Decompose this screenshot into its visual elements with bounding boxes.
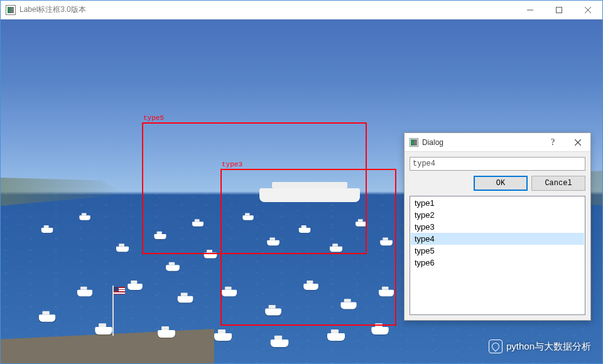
type-list-item[interactable]: type4: [411, 233, 584, 245]
minimize-button[interactable]: [516, 1, 545, 19]
svg-rect-0: [557, 7, 562, 13]
scene-decor: [356, 222, 367, 227]
scene-decor: [242, 215, 253, 220]
scene-decor: [192, 222, 204, 227]
watermark-text: python与大数据分析: [506, 341, 591, 353]
scene-decor: [214, 333, 232, 341]
scene-decor: [95, 327, 112, 335]
app-icon: [6, 5, 16, 15]
type-list-item[interactable]: type1: [411, 197, 584, 209]
type-list-item[interactable]: type6: [411, 257, 584, 269]
label-input[interactable]: [410, 157, 585, 171]
window-title: Label标注框3.0版本: [19, 4, 86, 15]
image-canvas[interactable]: type5type3 Dialog ? OK Cancel type1type2…: [1, 19, 602, 363]
scene-decor: [340, 302, 356, 309]
dialog-title: Dialog: [422, 138, 443, 147]
scene-decor: [271, 340, 289, 347]
scene-decor: [303, 284, 318, 290]
scene-decor: [259, 188, 360, 202]
type-list[interactable]: type1type2type3type4type5type6: [410, 196, 585, 315]
scene-decor: [379, 290, 394, 296]
bbox-label: type3: [222, 161, 242, 168]
scene-decor: [158, 330, 175, 338]
scene-decor: [267, 240, 280, 245]
scene-decor: [166, 265, 180, 270]
scene-decor: [128, 284, 143, 290]
scene-decor: [204, 253, 217, 259]
type-list-item[interactable]: type3: [411, 221, 584, 233]
scene-decor: [330, 247, 342, 252]
bbox-label: type5: [143, 114, 164, 122]
scene-decor: [222, 290, 237, 296]
dialog-icon: [410, 138, 418, 147]
close-button[interactable]: [573, 1, 602, 19]
type-list-item[interactable]: type2: [411, 209, 584, 221]
titlebar: Label标注框3.0版本: [1, 1, 602, 19]
dialog-close-button[interactable]: [565, 133, 590, 152]
scene-decor: [77, 290, 92, 296]
maximize-button[interactable]: [545, 1, 573, 19]
scene-decor: [178, 296, 193, 303]
scene-decor: [371, 327, 388, 335]
scene-decor: [327, 333, 345, 341]
scene-decor: [79, 215, 90, 220]
scene-decor: [112, 323, 121, 336]
scene-decor: [116, 247, 129, 252]
scene-decor: [380, 240, 393, 245]
dialog-titlebar[interactable]: Dialog ?: [405, 133, 590, 152]
watermark: python与大数据分析: [489, 340, 591, 353]
scene-decor: [154, 234, 166, 239]
dialog-help-button[interactable]: ?: [540, 133, 565, 152]
scene-decor: [41, 228, 53, 233]
label-dialog: Dialog ? OK Cancel type1type2type3type4t…: [404, 132, 591, 321]
scene-decor: [299, 228, 310, 233]
type-list-item[interactable]: type5: [411, 245, 584, 257]
scene-decor: [39, 314, 55, 321]
ok-button[interactable]: OK: [474, 176, 528, 191]
main-window: Label标注框3.0版本 type5type3 Dialog ?: [0, 0, 603, 364]
cancel-button[interactable]: Cancel: [531, 176, 585, 191]
wechat-icon: [489, 340, 503, 353]
scene-decor: [265, 308, 281, 315]
